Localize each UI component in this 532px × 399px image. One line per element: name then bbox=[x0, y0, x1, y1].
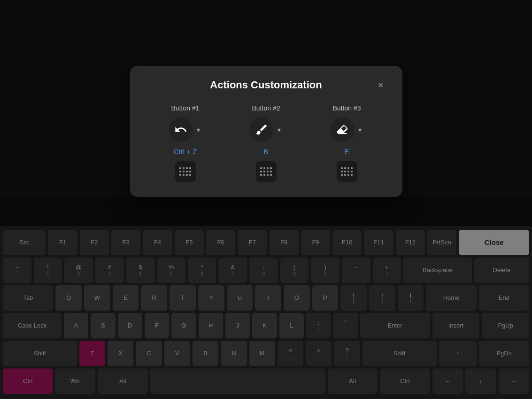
key-n[interactable]: N bbox=[221, 341, 247, 366]
key-d[interactable]: D bbox=[118, 313, 142, 338]
key-h[interactable]: H bbox=[199, 313, 223, 338]
key-1[interactable]: !1 bbox=[34, 258, 62, 283]
button-1-grid[interactable] bbox=[175, 161, 196, 182]
key-shift-left[interactable]: Shift bbox=[3, 341, 77, 366]
key-bracket-open[interactable]: {[ bbox=[340, 285, 367, 311]
button-3-dropdown[interactable]: ▾ bbox=[356, 125, 363, 134]
key-equals[interactable]: += bbox=[373, 258, 401, 283]
key-comma[interactable]: <, bbox=[278, 341, 303, 366]
modal-close-button[interactable]: × bbox=[374, 78, 387, 92]
dot bbox=[341, 174, 343, 176]
key-semicolon[interactable]: ;: bbox=[306, 313, 331, 338]
key-l[interactable]: L bbox=[279, 313, 304, 338]
key-q[interactable]: Q bbox=[55, 285, 82, 311]
dot bbox=[179, 167, 181, 169]
key-r[interactable]: R bbox=[141, 285, 167, 311]
key-5[interactable]: %5 bbox=[157, 258, 185, 283]
dot bbox=[347, 167, 349, 169]
dot bbox=[341, 167, 343, 169]
key-capslock[interactable]: Caps Lock bbox=[3, 313, 62, 338]
key-prtscn[interactable]: PrtScn bbox=[427, 230, 456, 255]
key-end[interactable]: End bbox=[479, 285, 529, 311]
key-right[interactable]: → bbox=[499, 368, 529, 394]
button-2-icon[interactable] bbox=[249, 117, 274, 142]
key-f7[interactable]: F7 bbox=[238, 230, 267, 255]
key-tab[interactable]: Tab bbox=[3, 285, 53, 311]
key-slash[interactable]: ?/ bbox=[334, 341, 360, 366]
key-enter[interactable]: Enter bbox=[360, 313, 430, 338]
key-x[interactable]: X bbox=[108, 341, 133, 366]
key-y[interactable]: Y bbox=[198, 285, 224, 311]
key-alt-right[interactable]: Alt bbox=[328, 368, 378, 394]
key-b[interactable]: B bbox=[193, 341, 218, 366]
button-1-dropdown[interactable]: ▾ bbox=[195, 125, 202, 134]
key-f5[interactable]: F5 bbox=[175, 230, 204, 255]
key-e[interactable]: E bbox=[113, 285, 139, 311]
key-a[interactable]: A bbox=[64, 313, 88, 338]
key-f2[interactable]: F2 bbox=[80, 230, 109, 255]
key-m[interactable]: M bbox=[249, 341, 275, 366]
key-k[interactable]: K bbox=[252, 313, 277, 338]
key-ctrl-right[interactable]: Ctrl bbox=[380, 368, 430, 394]
key-w[interactable]: W bbox=[84, 285, 110, 311]
key-t[interactable]: T bbox=[170, 285, 196, 311]
key-alt-left[interactable]: Alt bbox=[98, 368, 147, 394]
key-c[interactable]: C bbox=[136, 341, 162, 366]
key-u[interactable]: U bbox=[227, 285, 253, 311]
key-9[interactable]: (9 bbox=[280, 258, 309, 283]
key-f3[interactable]: F3 bbox=[111, 230, 140, 255]
key-v[interactable]: V bbox=[164, 341, 190, 366]
key-home[interactable]: Home bbox=[426, 285, 476, 311]
key-g[interactable]: G bbox=[171, 313, 196, 338]
key-p[interactable]: P bbox=[312, 285, 339, 311]
key-win[interactable]: Win bbox=[55, 368, 95, 394]
key-2[interactable]: @2 bbox=[64, 258, 93, 283]
key-ctrl-left[interactable]: Ctrl bbox=[3, 368, 53, 394]
key-space[interactable] bbox=[150, 368, 325, 394]
key-delete[interactable]: Delete bbox=[474, 258, 529, 283]
button-3-grid[interactable] bbox=[337, 161, 357, 182]
key-f1[interactable]: F1 bbox=[48, 230, 77, 255]
key-3[interactable]: #3 bbox=[95, 258, 124, 283]
button-1-icon[interactable] bbox=[169, 117, 193, 142]
key-pgup[interactable]: PgUp bbox=[482, 313, 529, 338]
key-i[interactable]: I bbox=[255, 285, 281, 311]
key-f4[interactable]: F4 bbox=[143, 230, 172, 255]
key-period[interactable]: >. bbox=[306, 341, 332, 366]
key-f9[interactable]: F9 bbox=[301, 230, 330, 255]
key-f11[interactable]: F11 bbox=[364, 230, 393, 255]
key-backspace[interactable]: Backspace bbox=[403, 258, 472, 283]
close-button[interactable]: Close bbox=[459, 230, 529, 255]
key-4[interactable]: $4 bbox=[126, 258, 155, 283]
key-j[interactable]: J bbox=[225, 313, 250, 338]
key-tilde[interactable]: ~` bbox=[3, 258, 31, 283]
key-up[interactable]: ↑ bbox=[439, 341, 477, 366]
key-quote[interactable]: '" bbox=[333, 313, 357, 338]
key-left[interactable]: ← bbox=[432, 368, 463, 394]
key-s[interactable]: S bbox=[91, 313, 115, 338]
button-2-dropdown[interactable]: ▾ bbox=[276, 125, 283, 134]
key-f6[interactable]: F6 bbox=[206, 230, 235, 255]
button-3-icon[interactable] bbox=[330, 117, 355, 142]
key-6[interactable]: ^6 bbox=[188, 258, 216, 283]
key-8[interactable]: ·8 bbox=[249, 258, 278, 283]
key-pgdn[interactable]: PgDn bbox=[479, 341, 529, 366]
key-f[interactable]: F bbox=[145, 313, 169, 338]
button-1-icon-wrap: ▾ bbox=[169, 117, 202, 142]
key-down[interactable]: ↓ bbox=[465, 368, 496, 394]
key-0[interactable]: )0 bbox=[311, 258, 339, 283]
key-f8[interactable]: F8 bbox=[270, 230, 299, 255]
key-f12[interactable]: F12 bbox=[396, 230, 425, 255]
key-shift-right[interactable]: Shift bbox=[362, 341, 437, 366]
key-minus[interactable]: -- bbox=[342, 258, 370, 283]
key-backslash[interactable]: |\ bbox=[398, 285, 424, 311]
button-2-grid[interactable] bbox=[256, 161, 277, 182]
key-7[interactable]: &7 bbox=[218, 258, 247, 283]
key-bracket-close[interactable]: }] bbox=[369, 285, 395, 311]
key-insert[interactable]: Insert bbox=[432, 313, 480, 338]
dot bbox=[260, 174, 262, 176]
key-f10[interactable]: F10 bbox=[332, 230, 362, 255]
key-o[interactable]: O bbox=[284, 285, 310, 311]
key-esc[interactable]: Esc bbox=[3, 230, 46, 255]
key-z[interactable]: Z bbox=[79, 341, 105, 366]
